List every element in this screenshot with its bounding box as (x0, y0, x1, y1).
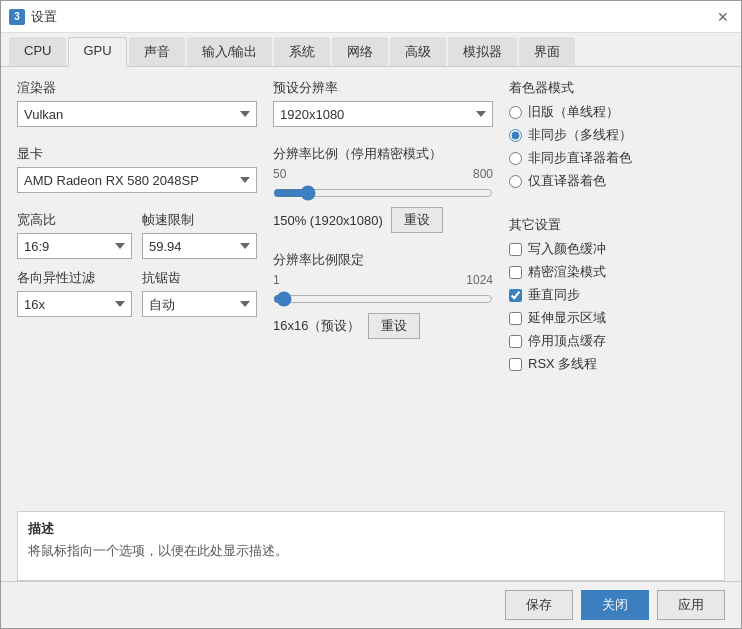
scale-slider[interactable] (273, 185, 493, 201)
window-title: 设置 (31, 8, 57, 26)
tab-system[interactable]: 系统 (274, 37, 330, 66)
checkbox-precise-mode-label: 精密渲染模式 (528, 263, 606, 281)
tab-gpu[interactable]: GPU (68, 37, 126, 67)
tab-network[interactable]: 网络 (332, 37, 388, 66)
checkbox-precise-mode-input[interactable] (509, 266, 522, 279)
close-button[interactable]: 关闭 (581, 590, 649, 620)
settings-window: 3 设置 ✕ CPU GPU 声音 输入/输出 系统 网络 高级 模拟器 界面 … (0, 0, 742, 629)
checkbox-vsync-input[interactable] (509, 289, 522, 302)
scale-limit-section: 分辨率比例限定 1 1024 16x16（预设） 重设 (273, 251, 493, 339)
tab-audio[interactable]: 声音 (129, 37, 185, 66)
description-text: 将鼠标指向一个选项，以便在此处显示描述。 (28, 542, 714, 560)
checkbox-rsx-multithread[interactable]: RSX 多线程 (509, 355, 725, 373)
scale-slider-container: 50 800 150% (1920x1080) 重设 (273, 167, 493, 233)
save-button[interactable]: 保存 (505, 590, 573, 620)
tab-emulator[interactable]: 模拟器 (448, 37, 517, 66)
aspect-label: 宽高比 (17, 211, 132, 229)
title-bar: 3 设置 ✕ (1, 1, 741, 33)
radio-async-trans-label: 非同步直译器着色 (528, 149, 632, 167)
checkbox-rsx-multithread-label: RSX 多线程 (528, 355, 597, 373)
checkbox-disable-vertex-label: 停用顶点缓存 (528, 332, 606, 350)
apply-button[interactable]: 应用 (657, 590, 725, 620)
resolution-section: 预设分辨率 1920x1080 1280x720 2560x1440 (273, 79, 493, 127)
resolution-select[interactable]: 1920x1080 1280x720 2560x1440 (273, 101, 493, 127)
antialias-section: 抗锯齿 自动 关闭 2x (142, 269, 257, 317)
checkbox-stretch-display-label: 延伸显示区域 (528, 309, 606, 327)
checkbox-precise-mode[interactable]: 精密渲染模式 (509, 263, 725, 281)
framelimit-select[interactable]: 59.94 60 30 (142, 233, 257, 259)
tab-io[interactable]: 输入/输出 (187, 37, 273, 66)
radio-async-trans-input[interactable] (509, 152, 522, 165)
gpu-section: 显卡 AMD Radeon RX 580 2048SP (17, 145, 257, 193)
main-content: 渲染器 Vulkan OpenGL Null 显卡 AMD Radeon RX … (1, 67, 741, 511)
checkbox-disable-vertex[interactable]: 停用顶点缓存 (509, 332, 725, 350)
checkbox-write-color[interactable]: 写入颜色缓冲 (509, 240, 725, 258)
right-panel: 着色器模式 旧版（单线程） 非同步（多线程） 非同步直译器着色 (509, 79, 725, 499)
window-close-button[interactable]: ✕ (713, 7, 733, 27)
scale-label: 分辨率比例（停用精密模式） (273, 145, 493, 163)
tab-advanced[interactable]: 高级 (390, 37, 446, 66)
tab-interface[interactable]: 界面 (519, 37, 575, 66)
tab-bar: CPU GPU 声音 输入/输出 系统 网络 高级 模拟器 界面 (1, 33, 741, 67)
scale-limit-min-label: 1 (273, 273, 280, 287)
window-icon: 3 (9, 9, 25, 25)
scale-limit-slider-container: 1 1024 16x16（预设） 重设 (273, 273, 493, 339)
resolution-label: 预设分辨率 (273, 79, 493, 97)
radio-async-trans[interactable]: 非同步直译器着色 (509, 149, 725, 167)
checkbox-disable-vertex-input[interactable] (509, 335, 522, 348)
scale-max-label: 800 (473, 167, 493, 181)
checkbox-write-color-input[interactable] (509, 243, 522, 256)
framelimit-section: 帧速限制 59.94 60 30 (142, 211, 257, 259)
scale-display-text: 150% (1920x1080) (273, 213, 383, 228)
other-settings-section: 其它设置 写入颜色缓冲 精密渲染模式 垂直同步 (509, 216, 725, 373)
antialias-select[interactable]: 自动 关闭 2x (142, 291, 257, 317)
renderer-label: 渲染器 (17, 79, 257, 97)
scale-limit-range-labels: 1 1024 (273, 273, 493, 287)
color-mode-section: 着色器模式 旧版（单线程） 非同步（多线程） 非同步直译器着色 (509, 79, 725, 198)
framelimit-label: 帧速限制 (142, 211, 257, 229)
checkbox-stretch-display-input[interactable] (509, 312, 522, 325)
radio-async-multi-label: 非同步（多线程） (528, 126, 632, 144)
other-settings-title: 其它设置 (509, 216, 725, 234)
renderer-section: 渲染器 Vulkan OpenGL Null (17, 79, 257, 127)
radio-trans-only-input[interactable] (509, 175, 522, 188)
checkbox-stretch-display[interactable]: 延伸显示区域 (509, 309, 725, 327)
aspect-select[interactable]: 16:9 4:3 (17, 233, 132, 259)
scale-limit-max-label: 1024 (466, 273, 493, 287)
gpu-select[interactable]: AMD Radeon RX 580 2048SP (17, 167, 257, 193)
scale-value-row: 150% (1920x1080) 重设 (273, 207, 493, 233)
radio-async-multi[interactable]: 非同步（多线程） (509, 126, 725, 144)
renderer-select[interactable]: Vulkan OpenGL Null (17, 101, 257, 127)
scale-reset-button[interactable]: 重设 (391, 207, 443, 233)
scale-range-labels: 50 800 (273, 167, 493, 181)
aspect-framelimit-row: 宽高比 16:9 4:3 帧速限制 59.94 60 30 (17, 211, 257, 259)
antialias-label: 抗锯齿 (142, 269, 257, 287)
aspect-section: 宽高比 16:9 4:3 (17, 211, 132, 259)
aniso-select[interactable]: 16x 8x 4x (17, 291, 132, 317)
scale-limit-slider[interactable] (273, 291, 493, 307)
bottom-bar: 保存 关闭 应用 (1, 581, 741, 628)
radio-async-multi-input[interactable] (509, 129, 522, 142)
checkbox-rsx-multithread-input[interactable] (509, 358, 522, 371)
aniso-label: 各向异性过滤 (17, 269, 132, 287)
gpu-label: 显卡 (17, 145, 257, 163)
scale-limit-label: 分辨率比例限定 (273, 251, 493, 269)
checkbox-vsync[interactable]: 垂直同步 (509, 286, 725, 304)
tab-cpu[interactable]: CPU (9, 37, 66, 66)
scale-min-label: 50 (273, 167, 286, 181)
description-panel: 描述 将鼠标指向一个选项，以便在此处显示描述。 (17, 511, 725, 581)
left-panel: 渲染器 Vulkan OpenGL Null 显卡 AMD Radeon RX … (17, 79, 257, 499)
scale-limit-display-text: 16x16（预设） (273, 317, 360, 335)
radio-trans-only-label: 仅直译器着色 (528, 172, 606, 190)
checkbox-group: 写入颜色缓冲 精密渲染模式 垂直同步 延伸显示区域 (509, 240, 725, 373)
color-mode-title: 着色器模式 (509, 79, 725, 97)
scale-limit-value-row: 16x16（预设） 重设 (273, 313, 493, 339)
radio-legacy-label: 旧版（单线程） (528, 103, 619, 121)
scale-limit-reset-button[interactable]: 重设 (368, 313, 420, 339)
checkbox-write-color-label: 写入颜色缓冲 (528, 240, 606, 258)
color-mode-radio-group: 旧版（单线程） 非同步（多线程） 非同步直译器着色 仅直译器着色 (509, 103, 725, 190)
radio-trans-only[interactable]: 仅直译器着色 (509, 172, 725, 190)
radio-legacy-input[interactable] (509, 106, 522, 119)
radio-legacy[interactable]: 旧版（单线程） (509, 103, 725, 121)
middle-panel: 预设分辨率 1920x1080 1280x720 2560x1440 分辨率比例… (273, 79, 493, 499)
